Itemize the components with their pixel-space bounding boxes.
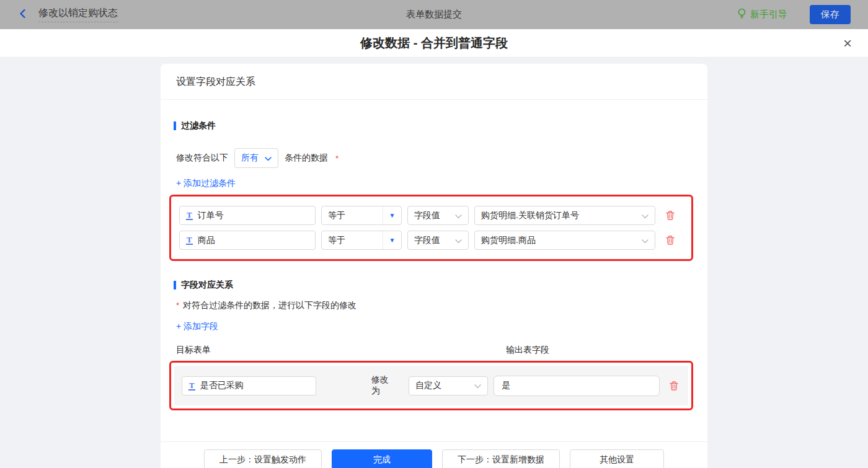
text-field-icon: T: [186, 236, 193, 245]
mapping-section-title: 字段对应关系: [176, 261, 692, 291]
mapping-row-highlight-box: T 是否已采购 修改为 自定义 是: [169, 361, 693, 410]
mapping-row: T 是否已采购 修改为 自定义 是: [174, 366, 688, 405]
target-field-label: 是否已采购: [200, 380, 244, 391]
mapping-column-headers: 目标表单 输出表字段: [176, 345, 692, 356]
custom-value-input[interactable]: 是: [494, 376, 660, 396]
operator-select[interactable]: 等于 ▼: [321, 231, 402, 250]
add-field-link[interactable]: + 添加字段: [176, 321, 218, 332]
beginner-guide-link[interactable]: 新手引导: [737, 8, 787, 21]
match-condition-row: 修改符合以下 所有 条件的数据 *: [176, 148, 692, 168]
save-button[interactable]: 保存: [810, 5, 851, 24]
target-form-column-header: 目标表单: [176, 345, 506, 356]
chevron-down-icon: [474, 381, 481, 391]
chevron-down-icon: [642, 211, 649, 221]
settings-card: 设置字段对应关系 过滤条件 修改符合以下 所有 条件的数据 * + 添加过滤条件: [161, 64, 707, 468]
filter-section-label: 过滤条件: [181, 120, 216, 131]
required-mark: *: [176, 301, 179, 310]
filter-field-select[interactable]: T 商品: [179, 231, 316, 250]
target-field-select[interactable]: T 是否已采购: [182, 376, 316, 395]
prev-step-button[interactable]: 上一步：设置触发动作: [204, 449, 322, 468]
filter-row: T 订单号 等于 ▼ 字段值 购货明细.关联销货订单号: [179, 206, 683, 225]
trash-icon[interactable]: [667, 379, 681, 392]
card-footer: 上一步：设置触发动作 完成 下一步：设置新增数据 其他设置: [161, 441, 707, 468]
compare-value-select[interactable]: 购货明细.商品: [474, 231, 655, 250]
filter-section-title: 过滤条件: [176, 100, 692, 131]
caret-down-icon: ▼: [383, 206, 401, 224]
value-type-select[interactable]: 字段值: [407, 206, 469, 225]
back-button[interactable]: [17, 8, 29, 21]
card-header: 设置字段对应关系: [161, 64, 707, 100]
filter-field-label: 订单号: [198, 210, 224, 221]
caret-down-icon: ▼: [383, 231, 401, 249]
other-settings-button[interactable]: 其他设置: [570, 449, 664, 468]
text-field-icon: T: [186, 211, 193, 220]
modal-title: 修改数据 - 合并到普通字段: [360, 35, 508, 51]
filter-field-select[interactable]: T 订单号: [179, 206, 316, 225]
flow-title[interactable]: 修改以销定购状态: [38, 7, 118, 22]
output-field-column-header: 输出表字段: [506, 345, 549, 356]
modify-to-label: 修改为: [371, 374, 397, 397]
text-field-icon: T: [188, 381, 195, 391]
trash-icon[interactable]: [663, 234, 677, 247]
value-type-value: 字段值: [414, 235, 440, 246]
mapping-description-text: 对符合过滤条件的数据，进行以下字段的修改: [183, 300, 356, 310]
topbar: 修改以销定购状态 表单数据提交 新手引导 保存: [0, 0, 868, 29]
match-prefix: 修改符合以下: [176, 152, 228, 164]
value-source-value: 自定义: [415, 380, 441, 391]
trash-icon[interactable]: [663, 209, 677, 223]
required-mark: *: [335, 154, 339, 163]
match-mode-value: 所有: [241, 152, 259, 164]
match-mode-select[interactable]: 所有: [234, 148, 278, 168]
value-type-select[interactable]: 字段值: [407, 231, 469, 250]
section-marker: [174, 121, 176, 130]
value-source-select[interactable]: 自定义: [409, 376, 488, 395]
add-filter-condition-link[interactable]: + 添加过滤条件: [176, 178, 236, 189]
chevron-left-icon: [17, 8, 29, 21]
operator-select[interactable]: 等于 ▼: [321, 206, 402, 225]
mapping-section-label: 字段对应关系: [181, 280, 233, 291]
match-suffix: 条件的数据: [285, 152, 328, 164]
chevron-down-icon: [265, 153, 272, 163]
filter-rows-highlight-box: T 订单号 等于 ▼ 字段值 购货明细.关联销货订单号: [169, 195, 693, 261]
next-step-button[interactable]: 下一步：设置新增数据: [442, 449, 560, 468]
done-button[interactable]: 完成: [332, 449, 432, 468]
compare-value-label: 购货明细.关联销货订单号: [481, 210, 579, 221]
filter-row: T 商品 等于 ▼ 字段值 购货明细.商品: [179, 231, 683, 250]
page-body: 设置字段对应关系 过滤条件 修改符合以下 所有 条件的数据 * + 添加过滤条件: [0, 58, 868, 468]
compare-value-select[interactable]: 购货明细.关联销货订单号: [474, 206, 655, 225]
mapping-description: *对符合过滤条件的数据，进行以下字段的修改: [176, 300, 692, 311]
close-icon[interactable]: ×: [843, 36, 852, 51]
section-marker: [174, 281, 176, 289]
chevron-down-icon: [642, 236, 649, 245]
chevron-down-icon: [455, 211, 462, 221]
operator-value: 等于: [322, 231, 383, 249]
modal-header: 修改数据 - 合并到普通字段 ×: [0, 29, 868, 58]
value-type-value: 字段值: [414, 210, 440, 221]
filter-field-label: 商品: [198, 235, 215, 246]
operator-value: 等于: [322, 206, 383, 224]
chevron-down-icon: [455, 236, 462, 245]
lightbulb-icon: [737, 8, 746, 21]
beginner-guide-label: 新手引导: [750, 9, 787, 20]
compare-value-label: 购货明细.商品: [481, 235, 536, 246]
